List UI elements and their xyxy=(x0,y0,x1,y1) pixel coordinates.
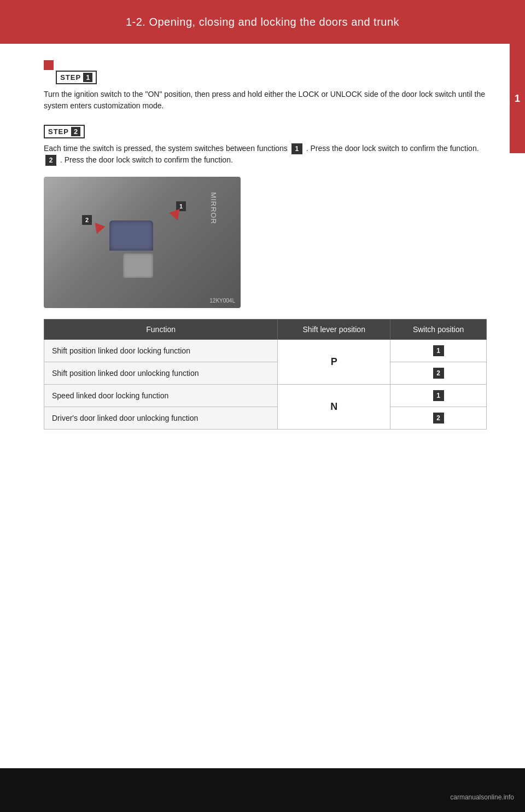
button-shape-unlock xyxy=(123,253,153,278)
sidebar-tab: 1 xyxy=(510,44,525,153)
step1-text: Turn the ignition switch to the "ON" pos… xyxy=(44,89,487,112)
shift-cell-p: P xyxy=(278,340,390,385)
main-content: STEP 1 Turn the ignition switch to the "… xyxy=(0,44,525,446)
step2-num: 2 xyxy=(71,127,80,136)
table-header-row: Function Shift lever position Switch pos… xyxy=(44,320,487,340)
col-switch: Switch position xyxy=(390,320,487,340)
step2-box: STEP 2 xyxy=(44,125,85,138)
badge-1: 1 xyxy=(433,390,444,401)
function-cell: Speed linked door locking function xyxy=(44,385,278,407)
switch-cell: 2 xyxy=(390,362,487,385)
table-row: Driver's door linked door unlocking func… xyxy=(44,407,487,430)
diagram-image: 1 2 MIRROR 12KY004L xyxy=(44,177,241,308)
switch-cell: 1 xyxy=(390,385,487,407)
shift-cell-n: N xyxy=(278,385,390,430)
col-shift: Shift lever position xyxy=(278,320,390,340)
badge-2: 2 xyxy=(433,413,444,424)
section-bullet xyxy=(44,60,54,70)
step1-box: STEP 1 xyxy=(56,71,97,84)
function-cell: Shift position linked door locking funct… xyxy=(44,340,278,362)
image-code: 12KY004L xyxy=(209,298,235,304)
button-shape-lock xyxy=(109,221,153,251)
page-title: 1-2. Opening, closing and locking the do… xyxy=(126,16,399,28)
footer-watermark: carmanualsonline.info xyxy=(450,793,514,801)
function-cell: Driver's door linked door unlocking func… xyxy=(44,407,278,430)
table-row: Speed linked door locking function N 1 xyxy=(44,385,487,407)
step2-badge2: 2 xyxy=(45,155,56,166)
step2-badge1: 1 xyxy=(291,143,302,154)
step2-label: STEP xyxy=(48,127,69,136)
function-cell: Shift position linked door unlocking fun… xyxy=(44,362,278,385)
badge-1: 1 xyxy=(433,345,444,356)
functions-table: Function Shift lever position Switch pos… xyxy=(44,319,487,430)
table-row: Shift position linked door locking funct… xyxy=(44,340,487,362)
sidebar-number: 1 xyxy=(515,93,520,105)
step2-text: Each time the switch is pressed, the sys… xyxy=(44,143,487,166)
switch-cell: 2 xyxy=(390,407,487,430)
table-row: Shift position linked door unlocking fun… xyxy=(44,362,487,385)
badge-2: 2 xyxy=(433,368,444,379)
diagram-badge-2: 2 xyxy=(82,215,92,225)
page-header: 1-2. Opening, closing and locking the do… xyxy=(0,0,525,44)
step1-num: 1 xyxy=(83,73,92,82)
mirror-label: MIRROR xyxy=(209,192,218,224)
step1-label: STEP xyxy=(60,73,81,82)
switch-cell: 1 xyxy=(390,340,487,362)
bottom-bar xyxy=(0,768,525,812)
col-function: Function xyxy=(44,320,278,340)
